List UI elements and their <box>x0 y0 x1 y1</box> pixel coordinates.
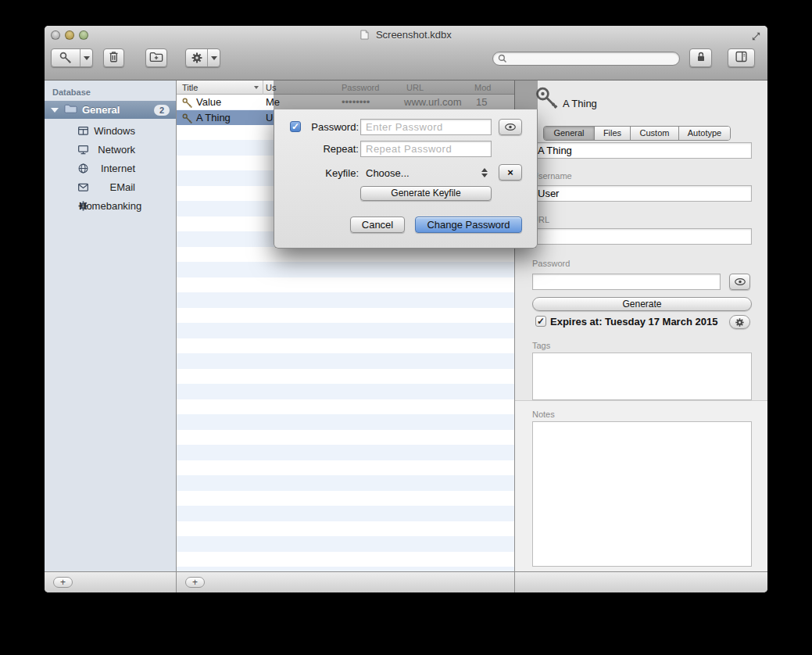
key-icon <box>52 49 80 66</box>
inspector-tabs: General Files Custom Autotype <box>543 126 731 141</box>
folder-icon <box>64 103 77 117</box>
tags-label: Tags <box>532 341 550 350</box>
generate-password-button[interactable]: Generate <box>532 297 752 311</box>
password-checkbox[interactable]: ✓ <box>290 121 301 132</box>
key-icon <box>182 113 192 128</box>
sidebar-item-label: Internet <box>79 160 135 177</box>
change-password-button[interactable]: Change Password <box>415 217 522 233</box>
chevron-down-icon[interactable] <box>208 49 220 66</box>
action-button[interactable] <box>185 48 220 67</box>
keyfile-stepper-icon[interactable] <box>481 167 488 178</box>
expires-label: Expires at: Tuesday 17 March 2015 <box>550 316 717 328</box>
sheet-shadow-zone <box>274 81 538 109</box>
toolbar: Add Entry Delete Add Group Actio <box>45 45 767 81</box>
sort-indicator-icon <box>254 86 259 89</box>
reveal-password-button[interactable] <box>499 119 522 135</box>
tab-general[interactable]: General <box>544 127 595 140</box>
sidebar-item-network[interactable]: Network <box>45 140 176 159</box>
keyfile-label: Keyfile: <box>302 165 359 181</box>
tab-custom[interactable]: Custom <box>631 127 679 140</box>
gear-icon <box>735 317 745 328</box>
sidebar: Database General 2 Windows Network Inter… <box>45 81 176 571</box>
sidebar-item-label: EMail <box>79 179 135 195</box>
delete-button[interactable] <box>103 48 124 67</box>
chevron-down-icon[interactable] <box>80 49 92 66</box>
sidebar-item-homebanking[interactable]: Homebanking <box>45 196 176 215</box>
password-input[interactable] <box>360 119 492 135</box>
gear-icon <box>186 49 207 66</box>
key-icon <box>534 85 560 116</box>
sidebar-item-label: Network <box>79 141 135 158</box>
sidebar-group-general[interactable]: General 2 <box>45 101 176 119</box>
password-label: Password: <box>302 119 359 135</box>
repeat-input[interactable] <box>360 141 492 157</box>
fullscreen-icon[interactable] <box>751 30 761 45</box>
clear-keyfile-button[interactable]: × <box>499 164 522 181</box>
inspector-entry-title: A Thing <box>563 98 597 109</box>
eye-icon <box>504 123 517 131</box>
sidebar-item-label: Homebanking <box>79 198 135 214</box>
entry-title: Value <box>196 95 221 110</box>
search-input[interactable] <box>510 53 679 64</box>
group-count-badge: 2 <box>154 105 170 116</box>
inspector-panel-icon <box>735 50 748 66</box>
folder-plus-icon <box>149 51 163 66</box>
sidebar-item-email[interactable]: EMail <box>45 177 176 196</box>
tags-box[interactable] <box>532 353 752 400</box>
change-password-sheet: ✓ Password: Repeat: Keyfile: Choose... ×… <box>274 109 538 249</box>
expires-checkbox[interactable]: ✓ <box>535 316 546 327</box>
tab-autotype[interactable]: Autotype <box>679 127 730 140</box>
eye-icon <box>734 277 746 286</box>
notes-label: Notes <box>532 410 555 419</box>
url-field[interactable] <box>532 228 752 245</box>
cancel-button[interactable]: Cancel <box>350 217 405 233</box>
lock-button[interactable] <box>689 48 712 67</box>
search-icon <box>498 54 507 63</box>
window-title: Screenshot.kdbx <box>376 29 452 41</box>
sidebar-item-internet[interactable]: Internet <box>45 159 176 177</box>
expiry-settings-button[interactable] <box>729 315 750 329</box>
password-label: Password <box>532 259 570 268</box>
column-separator[interactable] <box>263 81 263 95</box>
app-window: Screenshot.kdbx Add Entry Delete <box>45 26 767 592</box>
disclosure-triangle-icon[interactable] <box>51 108 59 113</box>
add-group-plus-button[interactable]: + <box>53 577 73 588</box>
column-header-title[interactable]: Title <box>182 83 198 92</box>
bottom-bar: + + <box>45 571 767 592</box>
keyfile-select[interactable]: Choose... <box>366 165 410 181</box>
tab-files[interactable]: Files <box>595 127 631 140</box>
sidebar-group-label: General <box>82 104 154 116</box>
generate-keyfile-button[interactable]: Generate Keyfile <box>360 186 492 201</box>
entry-title: A Thing <box>196 110 231 126</box>
add-entry-plus-button[interactable]: + <box>185 577 205 588</box>
document-icon <box>360 30 372 42</box>
inspector-button[interactable] <box>728 48 755 67</box>
password-field[interactable] <box>532 274 721 290</box>
sidebar-item-windows[interactable]: Windows <box>45 121 176 140</box>
notes-box[interactable] <box>532 421 752 567</box>
sidebar-list-divider[interactable] <box>176 81 177 592</box>
username-label: Username <box>532 171 572 181</box>
search-field[interactable] <box>492 52 680 66</box>
lock-icon <box>695 50 707 66</box>
window-title-area: Screenshot.kdbx <box>45 29 767 42</box>
trash-icon <box>108 50 120 66</box>
repeat-label: Repeat: <box>302 141 359 157</box>
add-group-button[interactable] <box>145 48 167 67</box>
sidebar-item-label: Windows <box>79 123 135 139</box>
title-field[interactable] <box>532 142 752 159</box>
reveal-password-button[interactable] <box>729 274 750 290</box>
titlebar: Screenshot.kdbx <box>45 26 767 45</box>
username-field[interactable] <box>532 185 752 202</box>
sidebar-header: Database <box>52 88 91 97</box>
inspector-panel: A Thing General Files Custom Autotype Us… <box>514 81 767 571</box>
add-entry-button[interactable] <box>51 48 93 67</box>
